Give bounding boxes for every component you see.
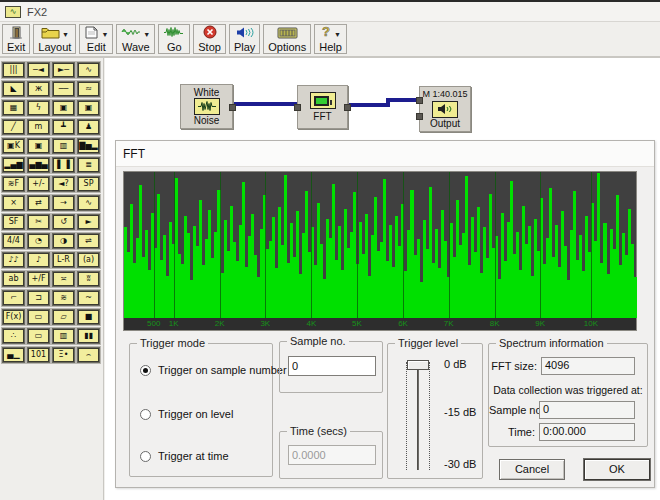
- palette-module-icon-43[interactable]: (a): [77, 252, 100, 268]
- palette-module-icon-0[interactable]: |||: [2, 62, 25, 78]
- output-input-port-2[interactable]: [416, 113, 423, 120]
- palette-module-icon-35[interactable]: ►: [77, 214, 100, 230]
- palette-module-icon-16[interactable]: ▣K: [2, 138, 25, 154]
- palette-module-icon-9[interactable]: ϟ: [27, 100, 50, 116]
- palette-module-icon-46[interactable]: ≍: [52, 271, 75, 287]
- radio-option-2[interactable]: Trigger at time: [140, 450, 229, 462]
- radio-selected-icon[interactable]: [140, 365, 151, 376]
- palette-module-icon-33[interactable]: ✂: [27, 214, 50, 230]
- fft-block[interactable]: FFT: [297, 85, 348, 129]
- output-block[interactable]: M 1:40.015 Output: [419, 86, 471, 132]
- palette-module-icon-20[interactable]: ▂▄▆: [2, 157, 25, 173]
- palette-module-icon-40[interactable]: ♪♪: [2, 252, 25, 268]
- fft-output-port[interactable]: [344, 104, 351, 111]
- palette-module-icon-31[interactable]: ∿: [77, 195, 100, 211]
- palette-module-icon-7[interactable]: ≈: [77, 81, 100, 97]
- palette-module-icon-18[interactable]: ▥: [52, 138, 75, 154]
- palette-module-icon-41[interactable]: ♪: [27, 252, 50, 268]
- dropdown-arrow-icon[interactable]: ▼: [101, 31, 108, 38]
- slider-track[interactable]: [417, 362, 419, 470]
- palette-module-icon-62[interactable]: Ξ•: [52, 347, 75, 363]
- palette-module-icon-25[interactable]: +/-: [27, 176, 50, 192]
- palette-module-icon-61[interactable]: 101: [27, 347, 50, 363]
- palette-module-icon-30[interactable]: →: [52, 195, 75, 211]
- white-noise-block[interactable]: White Noise: [180, 84, 233, 129]
- palette-module-icon-27[interactable]: SP: [77, 176, 100, 192]
- palette-module-icon-28[interactable]: ×: [2, 195, 25, 211]
- palette-module-icon-19[interactable]: ▇▅▂: [77, 138, 100, 154]
- palette-module-icon-38[interactable]: ◑: [52, 233, 75, 249]
- toolbar-button-layout[interactable]: ▼Layout: [33, 24, 76, 54]
- palette-module-icon-54[interactable]: ▱: [52, 309, 75, 325]
- palette-module-icon-58[interactable]: ▥: [52, 328, 75, 344]
- palette-module-icon-45[interactable]: +/F: [27, 271, 50, 287]
- palette-module-icon-50[interactable]: ≋: [52, 290, 75, 306]
- palette-module-icon-42[interactable]: L-R: [52, 252, 75, 268]
- palette-module-icon-51[interactable]: ~: [77, 290, 100, 306]
- palette-module-icon-21[interactable]: ▄▆▄: [27, 157, 50, 173]
- palette-module-icon-22[interactable]: ▌▐: [52, 157, 75, 173]
- palette-module-icon-13[interactable]: m: [27, 119, 50, 135]
- palette-module-icon-29[interactable]: ⇄: [27, 195, 50, 211]
- toolbar-button-help[interactable]: ?▼Help: [314, 24, 347, 54]
- palette-module-icon-8[interactable]: ▦: [2, 100, 25, 116]
- palette-module-icon-5[interactable]: ж: [27, 81, 50, 97]
- palette-module-icon-6[interactable]: ──: [52, 81, 75, 97]
- toolbar-button-go[interactable]: Go: [158, 24, 190, 54]
- slider-thumb[interactable]: [407, 360, 429, 370]
- palette-module-icon-10[interactable]: ▣: [52, 100, 75, 116]
- palette-module-icon-63[interactable]: ⌢: [77, 347, 100, 363]
- radio-unselected-icon[interactable]: [140, 451, 151, 462]
- trigger-level-slider[interactable]: [398, 360, 438, 474]
- toolbar-button-play[interactable]: Play: [229, 24, 260, 54]
- dropdown-arrow-icon[interactable]: ▼: [62, 31, 69, 38]
- output-input-port[interactable]: [416, 97, 423, 104]
- palette-module-icon-32[interactable]: SF: [2, 214, 25, 230]
- palette-module-icon-52[interactable]: F(x): [2, 309, 25, 325]
- palette-module-icon-47[interactable]: ʬ: [77, 271, 100, 287]
- palette-module-icon-17[interactable]: ▣: [27, 138, 50, 154]
- palette-module-icon-60[interactable]: ▄▁: [2, 347, 25, 363]
- palette-module-icon-1[interactable]: ─◄: [27, 62, 50, 78]
- toolbar-button-options[interactable]: Options: [263, 24, 311, 54]
- sample-no-input[interactable]: [288, 356, 376, 376]
- palette-module-icon-11[interactable]: ▣: [77, 100, 100, 116]
- time-secs-input[interactable]: [288, 445, 376, 465]
- fft-dialog-titlebar[interactable]: FFT: [116, 141, 654, 167]
- palette-module-icon-23[interactable]: ≣: [77, 157, 100, 173]
- palette-module-icon-26[interactable]: ◄?: [52, 176, 75, 192]
- palette-module-icon-55[interactable]: ■: [77, 309, 100, 325]
- palette-module-icon-15[interactable]: ♟: [77, 119, 100, 135]
- palette-module-icon-14[interactable]: ┻: [52, 119, 75, 135]
- palette-module-icon-24[interactable]: ≋F: [2, 176, 25, 192]
- radio-unselected-icon[interactable]: [140, 409, 151, 420]
- toolbar-button-exit[interactable]: Exit: [2, 24, 30, 54]
- radio-option-0[interactable]: Trigger on sample number: [140, 364, 287, 376]
- fft-input-port[interactable]: [294, 104, 301, 111]
- palette-module-icon-12[interactable]: ╱: [2, 119, 25, 135]
- palette-module-icon-3[interactable]: ∿: [77, 62, 100, 78]
- ok-button[interactable]: OK: [584, 459, 650, 480]
- palette-module-icon-34[interactable]: ↺: [52, 214, 75, 230]
- palette-module-icon-48[interactable]: ⌐: [2, 290, 25, 306]
- palette-module-icon-57[interactable]: ▭: [27, 328, 50, 344]
- toolbar-button-wave[interactable]: ▼Wave: [116, 24, 155, 54]
- toolbar-button-stop[interactable]: Stop: [193, 24, 226, 54]
- palette-module-icon-37[interactable]: ◔: [27, 233, 50, 249]
- sample-no-group: Sample no.: [279, 341, 383, 393]
- palette-module-icon-59[interactable]: ▮▮: [77, 328, 100, 344]
- radio-option-1[interactable]: Trigger on level: [140, 408, 233, 420]
- palette-module-icon-53[interactable]: ▭: [27, 309, 50, 325]
- dropdown-arrow-icon[interactable]: ▼: [143, 31, 150, 38]
- palette-module-icon-2[interactable]: ►─: [52, 62, 75, 78]
- palette-module-icon-56[interactable]: ∴: [2, 328, 25, 344]
- palette-module-icon-4[interactable]: ◣: [2, 81, 25, 97]
- palette-module-icon-36[interactable]: 4/4: [2, 233, 25, 249]
- palette-module-icon-49[interactable]: ⊐: [27, 290, 50, 306]
- dropdown-arrow-icon[interactable]: ▼: [334, 31, 341, 38]
- noise-output-port[interactable]: [229, 104, 236, 111]
- palette-module-icon-39[interactable]: ⇌: [77, 233, 100, 249]
- palette-module-icon-44[interactable]: ab: [2, 271, 25, 287]
- cancel-button[interactable]: Cancel: [499, 459, 565, 480]
- toolbar-button-edit[interactable]: ▼Edit: [79, 24, 113, 54]
